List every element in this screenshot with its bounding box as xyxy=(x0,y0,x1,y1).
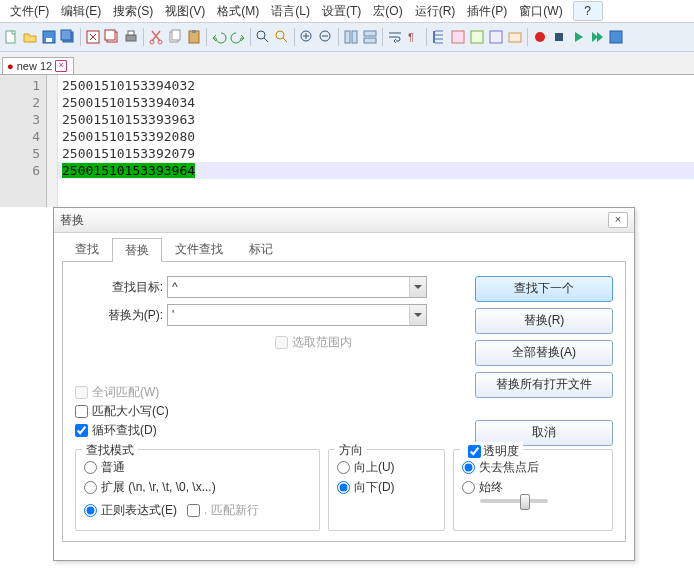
trans-on-lose-radio[interactable]: 失去焦点后 xyxy=(462,459,604,476)
show-all-icon[interactable]: ¶ xyxy=(405,28,423,46)
code-area[interactable]: 25001510153394032 25001510153394034 2500… xyxy=(58,75,694,207)
menu-window[interactable]: 窗口(W) xyxy=(513,1,568,22)
redo-icon[interactable] xyxy=(229,28,247,46)
play-multi-icon[interactable] xyxy=(588,28,606,46)
dot-matches-newline-checkbox[interactable]: . 匹配新行 xyxy=(187,502,259,519)
tab-close-icon[interactable]: × xyxy=(55,60,67,72)
svg-rect-2 xyxy=(46,38,52,42)
save-macro-icon[interactable] xyxy=(607,28,625,46)
mode-regex-radio[interactable]: 正则表达式(E) xyxy=(84,502,177,519)
code-line: 25001510153392079 xyxy=(58,145,694,162)
svg-rect-31 xyxy=(555,33,563,41)
print-icon[interactable] xyxy=(122,28,140,46)
sync-v-icon[interactable] xyxy=(342,28,360,46)
mode-normal-radio[interactable]: 普通 xyxy=(84,459,311,476)
svg-rect-15 xyxy=(192,30,196,33)
open-file-icon[interactable] xyxy=(21,28,39,46)
sync-h-icon[interactable] xyxy=(361,28,379,46)
tab-replace[interactable]: 替换 xyxy=(112,238,162,262)
cut-icon[interactable] xyxy=(147,28,165,46)
replace-with-label: 替换为(P): xyxy=(75,307,167,324)
stop-icon[interactable] xyxy=(550,28,568,46)
dialog-close-button[interactable]: × xyxy=(608,212,628,228)
svg-rect-26 xyxy=(452,31,464,43)
svg-rect-22 xyxy=(364,31,376,36)
menu-bar: 文件(F) 编辑(E) 搜索(S) 视图(V) 格式(M) 语言(L) 设置(T… xyxy=(0,0,694,23)
file-tab-row: ● new 12 × xyxy=(0,52,694,75)
undo-icon[interactable] xyxy=(210,28,228,46)
find-next-button[interactable]: 查找下一个 xyxy=(475,276,613,302)
indent-guide-icon[interactable] xyxy=(430,28,448,46)
func-list-icon[interactable] xyxy=(487,28,505,46)
replace-all-open-button[interactable]: 替换所有打开文件 xyxy=(475,372,613,398)
replace-button[interactable]: 替换(R) xyxy=(475,308,613,334)
menu-edit[interactable]: 编辑(E) xyxy=(55,1,107,22)
transparency-toggle[interactable] xyxy=(468,445,481,458)
svg-rect-23 xyxy=(364,38,376,43)
direction-down-radio[interactable]: 向下(D) xyxy=(337,479,436,496)
trans-always-radio[interactable]: 始终 xyxy=(462,479,604,496)
svg-rect-20 xyxy=(345,31,350,43)
save-all-icon[interactable] xyxy=(59,28,77,46)
find-what-input[interactable]: ^ xyxy=(167,276,427,298)
lang-icon[interactable] xyxy=(449,28,467,46)
svg-rect-29 xyxy=(509,33,521,42)
search-mode-group: 查找模式 普通 扩展 (\n, \r, \t, \0, \x...) 正则表达式… xyxy=(75,449,320,531)
dialog-title: 替换 xyxy=(60,212,84,229)
menu-search[interactable]: 搜索(S) xyxy=(107,1,159,22)
editor[interactable]: 1 2 3 4 5 6 25001510153394032 2500151015… xyxy=(0,75,694,207)
menu-macro[interactable]: 宏(O) xyxy=(367,1,408,22)
svg-point-30 xyxy=(535,32,545,42)
code-line: 25001510153392080 xyxy=(58,128,694,145)
transparency-slider[interactable] xyxy=(480,499,548,503)
file-tab[interactable]: ● new 12 × xyxy=(2,57,74,74)
folder-icon[interactable] xyxy=(506,28,524,46)
dropdown-icon[interactable] xyxy=(409,305,426,325)
svg-rect-4 xyxy=(61,30,71,40)
svg-point-17 xyxy=(276,31,284,39)
in-selection-checkbox: 选取范围内 xyxy=(275,334,352,351)
svg-text:¶: ¶ xyxy=(408,31,414,43)
tab-mark[interactable]: 标记 xyxy=(236,237,286,261)
copy-icon[interactable] xyxy=(166,28,184,46)
mode-extended-radio[interactable]: 扩展 (\n, \r, \t, \0, \x...) xyxy=(84,479,311,496)
zoom-in-icon[interactable] xyxy=(298,28,316,46)
save-icon[interactable] xyxy=(40,28,58,46)
zoom-out-icon[interactable] xyxy=(317,28,335,46)
svg-rect-32 xyxy=(610,31,622,43)
code-line: 25001510153393963 xyxy=(58,111,694,128)
wrap-icon[interactable] xyxy=(386,28,404,46)
menu-language[interactable]: 语言(L) xyxy=(265,1,316,22)
record-icon[interactable] xyxy=(531,28,549,46)
direction-up-radio[interactable]: 向上(U) xyxy=(337,459,436,476)
menu-help[interactable]: ? xyxy=(573,1,603,21)
dialog-titlebar[interactable]: 替换 × xyxy=(54,208,634,233)
paste-icon[interactable] xyxy=(185,28,203,46)
find-icon[interactable] xyxy=(254,28,272,46)
dropdown-icon[interactable] xyxy=(409,277,426,297)
menu-format[interactable]: 格式(M) xyxy=(211,1,265,22)
match-case-checkbox[interactable]: 匹配大小写(C) xyxy=(75,403,255,420)
wrap-around-checkbox[interactable]: 循环查找(D) xyxy=(75,422,255,439)
svg-rect-28 xyxy=(490,31,502,43)
menu-settings[interactable]: 设置(T) xyxy=(316,1,367,22)
find-what-label: 查找目标: xyxy=(75,279,167,296)
menu-run[interactable]: 运行(R) xyxy=(409,1,462,22)
replace-icon[interactable] xyxy=(273,28,291,46)
svg-rect-8 xyxy=(126,35,136,41)
replace-all-button[interactable]: 全部替换(A) xyxy=(475,340,613,366)
replace-with-input[interactable]: ' xyxy=(167,304,427,326)
close-icon[interactable] xyxy=(84,28,102,46)
play-icon[interactable] xyxy=(569,28,587,46)
menu-view[interactable]: 视图(V) xyxy=(159,1,211,22)
tab-find-in-files[interactable]: 文件查找 xyxy=(162,237,236,261)
close-all-icon[interactable] xyxy=(103,28,121,46)
transparency-group: 透明度 失去焦点后 始终 xyxy=(453,449,613,531)
menu-plugins[interactable]: 插件(P) xyxy=(461,1,513,22)
doc-map-icon[interactable] xyxy=(468,28,486,46)
toolbar: ¶ xyxy=(0,23,694,52)
new-file-icon[interactable] xyxy=(2,28,20,46)
dialog-tabs: 查找 替换 文件查找 标记 xyxy=(62,239,626,262)
tab-find[interactable]: 查找 xyxy=(62,237,112,261)
menu-file[interactable]: 文件(F) xyxy=(4,1,55,22)
